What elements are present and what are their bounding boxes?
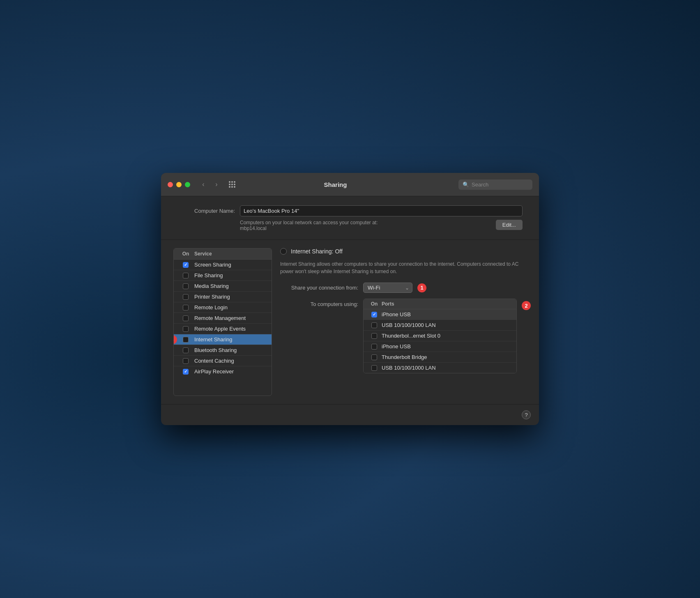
port-name: iPhone USB: [382, 311, 513, 317]
badge-3: 3: [173, 335, 177, 344]
internet-sharing-desc: Internet Sharing allows other computers …: [280, 260, 531, 275]
service-checkbox[interactable]: [183, 305, 189, 310]
port-checkbox[interactable]: [371, 333, 377, 339]
edit-button[interactable]: Edit...: [496, 220, 523, 230]
service-item[interactable]: Content Caching: [174, 356, 272, 366]
port-name: Thunderbolt Bridge: [382, 354, 513, 360]
traffic-lights: [168, 182, 190, 187]
ports-table: On Ports iPhone USB USB 10/100/1000 LAN …: [363, 299, 517, 373]
port-row[interactable]: Thunderbol...ernet Slot 0: [364, 331, 516, 341]
computer-name-desc: Computers on your local network can acce…: [240, 220, 491, 231]
service-checkbox[interactable]: [183, 283, 189, 289]
back-button[interactable]: ‹: [198, 179, 209, 190]
connection-from-select[interactable]: Wi-Fi: [363, 283, 412, 293]
service-name: Media Sharing: [194, 283, 268, 289]
service-checkbox[interactable]: [183, 315, 189, 321]
service-item[interactable]: Remote Login: [174, 302, 272, 313]
ports-col-ports: Ports: [382, 301, 513, 307]
service-name: Remote Apple Events: [194, 326, 268, 332]
col-service-header: Service: [194, 251, 268, 257]
internet-sharing-radio[interactable]: [280, 248, 287, 255]
service-item[interactable]: Remote Apple Events: [174, 324, 272, 334]
port-checkbox[interactable]: [371, 312, 377, 317]
service-checkbox[interactable]: [183, 294, 189, 300]
main-content: On Service Screen Sharing File Sharing M…: [161, 240, 539, 404]
ports-label: To computers using:: [280, 299, 358, 307]
ports-section: To computers using: On Ports iPhone USB …: [280, 299, 531, 373]
port-checkbox[interactable]: [371, 354, 377, 360]
computer-name-input[interactable]: [240, 205, 523, 216]
service-item[interactable]: AirPlay Receiver: [174, 366, 272, 377]
close-button[interactable]: [168, 182, 173, 187]
service-name: Remote Management: [194, 315, 268, 321]
service-name: Remote Login: [194, 304, 268, 310]
internet-sharing-toggle: Internet Sharing: Off: [280, 248, 531, 255]
port-checkbox[interactable]: [371, 365, 377, 371]
port-row[interactable]: USB 10/100/1000 LAN: [364, 363, 516, 373]
port-row[interactable]: Thunderbolt Bridge: [364, 352, 516, 363]
service-item[interactable]: Bluetooth Sharing: [174, 345, 272, 356]
title-bar: ‹ › Sharing 🔍: [161, 173, 539, 196]
service-item[interactable]: Media Sharing: [174, 281, 272, 292]
port-row[interactable]: iPhone USB: [364, 341, 516, 352]
service-checkbox[interactable]: [183, 369, 189, 375]
bottom-bar: ?: [161, 404, 539, 425]
service-checkbox[interactable]: [183, 337, 189, 343]
services-header: On Service: [174, 248, 272, 260]
fullscreen-button[interactable]: [185, 182, 190, 187]
port-row[interactable]: iPhone USB: [364, 309, 516, 320]
connection-from-select-wrapper: Wi-Fi: [363, 283, 412, 293]
ports-list: iPhone USB USB 10/100/1000 LAN Thunderbo…: [364, 309, 516, 373]
computer-name-section: Computer Name: Computers on your local n…: [161, 196, 539, 240]
service-name: Screen Sharing: [194, 262, 268, 268]
service-checkbox[interactable]: [183, 273, 189, 278]
search-icon: 🔍: [463, 182, 469, 188]
col-on-header: On: [177, 251, 194, 257]
service-checkbox[interactable]: [183, 262, 189, 268]
service-name: File Sharing: [194, 272, 268, 278]
service-item[interactable]: File Sharing: [174, 270, 272, 281]
help-button[interactable]: ?: [522, 410, 531, 419]
service-checkbox[interactable]: [183, 347, 189, 353]
connection-from-row: Share your connection from: Wi-Fi 1: [280, 283, 531, 293]
badge-1: 1: [417, 283, 426, 292]
service-name: Internet Sharing: [194, 336, 268, 343]
right-panel: Internet Sharing: Off Internet Sharing a…: [272, 248, 531, 396]
search-box[interactable]: 🔍: [458, 179, 532, 190]
service-item[interactable]: Remote Management: [174, 313, 272, 324]
internet-sharing-title: Internet Sharing: Off: [291, 248, 343, 255]
port-checkbox[interactable]: [371, 322, 377, 328]
service-checkbox[interactable]: [183, 358, 189, 364]
ports-col-on: On: [367, 301, 382, 307]
ports-header: On Ports: [364, 299, 516, 309]
service-name: Bluetooth Sharing: [194, 347, 268, 353]
port-name: USB 10/100/1000 LAN: [382, 365, 513, 371]
services-list: Screen Sharing File Sharing Media Sharin…: [174, 260, 272, 377]
service-item[interactable]: Printer Sharing: [174, 292, 272, 302]
services-panel: On Service Screen Sharing File Sharing M…: [173, 248, 272, 396]
service-name: Content Caching: [194, 358, 268, 364]
computer-name-label: Computer Name:: [177, 208, 235, 214]
service-name: AirPlay Receiver: [194, 368, 268, 375]
port-checkbox[interactable]: [371, 344, 377, 350]
port-name: USB 10/100/1000 LAN: [382, 322, 513, 328]
port-name: Thunderbol...ernet Slot 0: [382, 333, 513, 339]
sharing-window: ‹ › Sharing 🔍 Computer Name: Computers o…: [161, 173, 539, 425]
window-title: Sharing: [217, 181, 454, 188]
connection-from-label: Share your connection from:: [280, 285, 358, 291]
service-checkbox[interactable]: [183, 326, 189, 332]
search-input[interactable]: [472, 182, 528, 188]
minimize-button[interactable]: [176, 182, 182, 187]
port-row[interactable]: USB 10/100/1000 LAN: [364, 320, 516, 331]
service-item[interactable]: Screen Sharing: [174, 260, 272, 270]
badge-2: 2: [522, 301, 531, 310]
port-name: iPhone USB: [382, 343, 513, 350]
service-name: Printer Sharing: [194, 294, 268, 300]
service-item[interactable]: 3 Internet Sharing: [174, 334, 272, 345]
